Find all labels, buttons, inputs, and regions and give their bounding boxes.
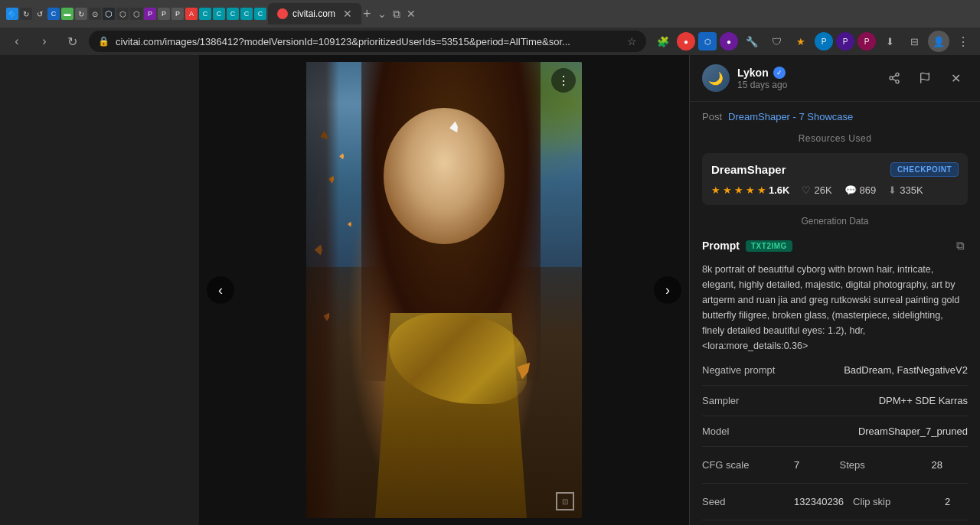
copy-prompt-btn[interactable]: ⧉ [953,236,968,256]
tab-favicon-7[interactable]: ⊙ [89,8,101,20]
verified-badge: ✓ [773,67,786,79]
sidebar-btn[interactable]: ⊟ [903,31,925,52]
comments-count: 869 [860,184,877,196]
profile-btn[interactable]: 👤 [928,31,949,52]
model-row: Model DreamShaper_7_pruned [702,426,968,437]
post-link[interactable]: DreamShaper - 7 Showcase [728,111,853,122]
ext-5[interactable]: P [815,32,833,51]
star-3: ★ [734,184,743,196]
tab-favicon-3[interactable]: ↺ [34,8,46,20]
svg-line-3 [893,79,897,81]
seed-label: Seed [702,496,794,507]
tab-favicon-11[interactable]: P [158,8,170,20]
ext-red[interactable]: ● [677,32,695,51]
download-btn[interactable]: ⬇ [879,31,900,52]
tab-favicon-github[interactable]: ⬡ [103,8,115,20]
new-tab-btn[interactable]: + [363,6,371,22]
left-panel [0,55,199,525]
cfg-scale-cell: CFG scale 7 [702,456,831,474]
tab-favicon-18[interactable]: C [254,8,266,20]
star-1: ★ [711,184,720,196]
restore-btn[interactable]: ⧉ [393,8,400,21]
clip-skip-row: Clip skip 2 [853,496,968,507]
image-menu-btn[interactable]: ⋮ [551,68,576,93]
downloads-count: 335K [900,184,923,196]
doorframe-left [306,62,339,518]
star-4: ★ [746,184,755,196]
share-btn[interactable] [882,66,906,90]
tab-favicon-13[interactable]: A [185,8,198,20]
ext-4[interactable]: ★ [790,31,812,52]
reload-btn[interactable]: ↻ [61,31,83,52]
tab-favicon-12[interactable]: P [172,8,184,20]
tab-favicon-active [277,8,288,19]
clip-skip-cell: Clip skip 2 [844,493,968,510]
ext-2[interactable]: 🔧 [741,31,763,52]
cfg-scale-row: CFG scale 7 [702,459,831,471]
rating-count: 1.6K [769,184,789,196]
user-avatar: 🌙 [702,64,730,92]
browser-actions: 🧩 ● ⬡ ● 🔧 🛡 ★ P P P ⬇ ⊟ 👤 ⋮ [652,31,974,52]
sampler-label: Sampler [702,395,794,406]
tab-favicon-10[interactable]: P [144,8,156,20]
comments-stat: 💬 869 [844,184,877,196]
post-row: Post DreamShaper - 7 Showcase [702,111,968,122]
resource-name[interactable]: DreamShaper [711,163,786,176]
close-window-btn[interactable]: ✕ [407,8,416,20]
prev-image-btn[interactable]: ‹ [207,276,234,304]
clip-skip-value: 2 [945,496,950,507]
tab-close-btn[interactable]: ✕ [343,8,352,20]
tab-favicon-15[interactable]: C [213,8,225,20]
tab-favicon-16[interactable]: C [227,8,239,20]
ext-7[interactable]: P [858,32,876,51]
likes-stat: ♡ 26K [802,184,831,196]
divider-4 [702,483,968,484]
tab-icons-row: 🔷 ↻ ↺ C ▬ ↻ ⊙ ⬡ ⬡ ⬡ P P P A C C C C C [6,8,266,20]
tab-favicon-6[interactable]: ↻ [75,8,87,20]
prompt-label: Prompt [702,240,740,252]
tab-list-btn[interactable]: ⌄ [377,8,387,20]
tab-favicon-4[interactable]: C [47,8,60,20]
ext-3[interactable]: 🛡 [766,31,787,52]
negative-prompt-label: Negative prompt [702,364,794,376]
tab-favicon-1[interactable]: 🔷 [6,8,18,20]
menu-btn[interactable]: ⋮ [952,31,974,52]
address-bar-row: ‹ › ↻ 🔒 civitai.com/images/1386412?model… [0,28,980,55]
ext-6[interactable]: P [836,32,854,51]
panel-body: Post DreamShaper - 7 Showcase Resources … [690,102,980,525]
tab-favicon-8[interactable]: ⬡ [116,8,129,20]
tab-favicon-17[interactable]: C [240,8,253,20]
next-image-btn[interactable]: › [654,276,681,304]
extensions-btn[interactable]: 🧩 [652,31,674,52]
negative-prompt-row: Negative prompt BadDream, FastNegativeV2 [702,364,968,376]
ext-blue[interactable]: ⬡ [698,32,717,51]
seed-clipskip-row: Seed 132340236 Clip skip 2 [702,493,968,510]
post-timestamp: 15 days ago [737,80,874,90]
resource-stats: ★ ★ ★ ★ ★ 1.6K ♡ 26K 💬 869 [711,184,959,196]
active-tab[interactable]: civitai.com ✕ [268,3,361,24]
generation-data-title: Generation Data [702,216,968,227]
star-5: ★ [757,184,766,196]
address-bar[interactable]: 🔒 civitai.com/images/1386412?modelVersio… [89,31,646,52]
bookmark-star[interactable]: ☆ [627,35,637,47]
tab-favicon-5[interactable]: ▬ [61,8,74,20]
close-panel-btn[interactable]: ✕ [943,66,968,90]
watermark: ⊡ [556,492,574,510]
resources-used-title: Resources Used [702,133,968,144]
tab-favicon-2[interactable]: ↻ [20,8,32,20]
clip-skip-label: Clip skip [853,496,945,507]
back-btn[interactable]: ‹ [6,31,28,52]
ext-purple[interactable]: ● [720,32,738,51]
forward-btn[interactable]: › [34,31,55,52]
tab-favicon-9[interactable]: ⬡ [130,8,142,20]
steps-value: 28 [932,459,942,471]
tab-favicon-14[interactable]: C [199,8,211,20]
seed-value: 132340236 [794,496,844,507]
svg-line-4 [893,75,897,77]
post-label: Post [702,111,722,122]
right-panel: 🌙 Lykon ✓ 15 days ago [689,55,980,525]
prompt-text: 8k portrait of beautiful cyborg with bro… [702,262,968,354]
divider-5 [702,520,968,520]
flag-btn[interactable] [913,66,937,90]
address-text: civitai.com/images/1386412?modelVersionI… [116,36,621,47]
